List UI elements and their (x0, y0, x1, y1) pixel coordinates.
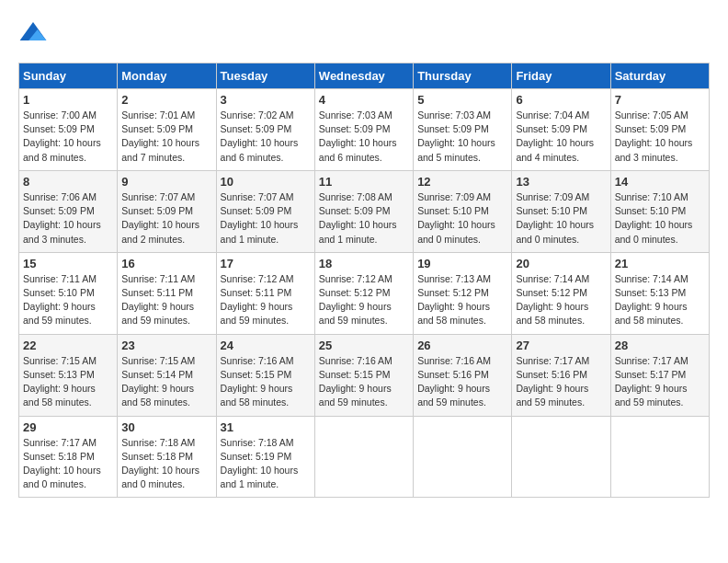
calendar-week-2: 8 Sunrise: 7:06 AM Sunset: 5:09 PM Dayli… (19, 170, 710, 252)
calendar-cell: 2 Sunrise: 7:01 AM Sunset: 5:09 PM Dayli… (118, 89, 216, 171)
day-info: Sunrise: 7:18 AM Sunset: 5:18 PM Dayligh… (121, 436, 211, 492)
logo (18, 18, 51, 48)
day-info: Sunrise: 7:15 AM Sunset: 5:14 PM Dayligh… (121, 354, 211, 410)
calendar-cell: 5 Sunrise: 7:03 AM Sunset: 5:09 PM Dayli… (414, 89, 512, 171)
calendar-cell: 30 Sunrise: 7:18 AM Sunset: 5:18 PM Dayl… (118, 416, 216, 498)
day-info: Sunrise: 7:08 AM Sunset: 5:09 PM Dayligh… (319, 190, 409, 247)
calendar-cell (314, 416, 413, 498)
calendar-cell (414, 416, 512, 498)
day-number: 31 (221, 420, 311, 434)
day-info: Sunrise: 7:11 AM Sunset: 5:10 PM Dayligh… (23, 272, 113, 328)
calendar-cell: 31 Sunrise: 7:18 AM Sunset: 5:19 PM Dayl… (216, 416, 314, 498)
calendar-cell: 18 Sunrise: 7:12 AM Sunset: 5:12 PM Dayl… (314, 252, 413, 334)
calendar-cell: 3 Sunrise: 7:02 AM Sunset: 5:09 PM Dayli… (216, 89, 314, 171)
calendar-week-4: 22 Sunrise: 7:15 AM Sunset: 5:13 PM Dayl… (19, 334, 710, 416)
day-number: 19 (417, 257, 507, 270)
day-number: 22 (23, 339, 113, 352)
day-number: 17 (221, 257, 311, 270)
day-info: Sunrise: 7:00 AM Sunset: 5:09 PM Dayligh… (23, 109, 113, 165)
calendar-cell: 28 Sunrise: 7:17 AM Sunset: 5:17 PM Dayl… (610, 334, 709, 416)
calendar-cell: 19 Sunrise: 7:13 AM Sunset: 5:12 PM Dayl… (414, 252, 512, 334)
day-info: Sunrise: 7:17 AM Sunset: 5:18 PM Dayligh… (23, 436, 113, 492)
column-header-tuesday: Tuesday (216, 63, 314, 89)
calendar-cell: 24 Sunrise: 7:16 AM Sunset: 5:15 PM Dayl… (216, 334, 314, 416)
calendar-cell: 23 Sunrise: 7:15 AM Sunset: 5:14 PM Dayl… (118, 334, 216, 416)
calendar-cell: 16 Sunrise: 7:11 AM Sunset: 5:11 PM Dayl… (118, 252, 216, 334)
calendar-cell: 15 Sunrise: 7:11 AM Sunset: 5:10 PM Dayl… (19, 252, 118, 334)
column-header-wednesday: Wednesday (314, 63, 413, 89)
day-info: Sunrise: 7:06 AM Sunset: 5:09 PM Dayligh… (23, 190, 113, 247)
day-info: Sunrise: 7:14 AM Sunset: 5:12 PM Dayligh… (516, 272, 606, 328)
logo-icon (18, 18, 48, 48)
calendar-cell: 13 Sunrise: 7:09 AM Sunset: 5:10 PM Dayl… (512, 170, 610, 252)
day-info: Sunrise: 7:12 AM Sunset: 5:11 PM Dayligh… (221, 272, 311, 328)
calendar-cell: 27 Sunrise: 7:17 AM Sunset: 5:16 PM Dayl… (512, 334, 610, 416)
day-info: Sunrise: 7:01 AM Sunset: 5:09 PM Dayligh… (121, 109, 211, 165)
calendar-cell: 1 Sunrise: 7:00 AM Sunset: 5:09 PM Dayli… (19, 89, 118, 171)
day-info: Sunrise: 7:14 AM Sunset: 5:13 PM Dayligh… (615, 272, 705, 328)
calendar-cell: 26 Sunrise: 7:16 AM Sunset: 5:16 PM Dayl… (414, 334, 512, 416)
day-info: Sunrise: 7:10 AM Sunset: 5:10 PM Dayligh… (615, 190, 705, 247)
calendar-cell: 8 Sunrise: 7:06 AM Sunset: 5:09 PM Dayli… (19, 170, 118, 252)
calendar-cell: 6 Sunrise: 7:04 AM Sunset: 5:09 PM Dayli… (512, 89, 610, 171)
calendar-week-5: 29 Sunrise: 7:17 AM Sunset: 5:18 PM Dayl… (19, 416, 710, 498)
day-number: 13 (516, 175, 606, 189)
calendar-cell: 17 Sunrise: 7:12 AM Sunset: 5:11 PM Dayl… (216, 252, 314, 334)
column-header-sunday: Sunday (19, 63, 118, 89)
calendar-table: SundayMondayTuesdayWednesdayThursdayFrid… (18, 63, 710, 498)
day-number: 8 (23, 175, 113, 189)
calendar-cell: 22 Sunrise: 7:15 AM Sunset: 5:13 PM Dayl… (19, 334, 118, 416)
day-number: 21 (615, 257, 705, 270)
calendar-cell: 12 Sunrise: 7:09 AM Sunset: 5:10 PM Dayl… (414, 170, 512, 252)
day-info: Sunrise: 7:17 AM Sunset: 5:16 PM Dayligh… (516, 354, 606, 410)
calendar-cell: 9 Sunrise: 7:07 AM Sunset: 5:09 PM Dayli… (118, 170, 216, 252)
day-number: 7 (615, 93, 705, 107)
day-number: 15 (23, 257, 113, 270)
day-info: Sunrise: 7:03 AM Sunset: 5:09 PM Dayligh… (417, 109, 507, 165)
day-info: Sunrise: 7:12 AM Sunset: 5:12 PM Dayligh… (319, 272, 409, 328)
column-header-thursday: Thursday (414, 63, 512, 89)
day-info: Sunrise: 7:16 AM Sunset: 5:15 PM Dayligh… (221, 354, 311, 410)
day-number: 27 (516, 339, 606, 352)
day-info: Sunrise: 7:16 AM Sunset: 5:16 PM Dayligh… (417, 354, 507, 410)
day-info: Sunrise: 7:02 AM Sunset: 5:09 PM Dayligh… (221, 109, 311, 165)
page-header (18, 18, 710, 48)
calendar-cell: 4 Sunrise: 7:03 AM Sunset: 5:09 PM Dayli… (314, 89, 413, 171)
day-info: Sunrise: 7:13 AM Sunset: 5:12 PM Dayligh… (417, 272, 507, 328)
calendar-cell: 21 Sunrise: 7:14 AM Sunset: 5:13 PM Dayl… (610, 252, 709, 334)
day-info: Sunrise: 7:03 AM Sunset: 5:09 PM Dayligh… (319, 109, 409, 165)
day-info: Sunrise: 7:16 AM Sunset: 5:15 PM Dayligh… (319, 354, 409, 410)
day-number: 9 (121, 175, 211, 189)
day-info: Sunrise: 7:07 AM Sunset: 5:09 PM Dayligh… (221, 190, 311, 247)
day-info: Sunrise: 7:15 AM Sunset: 5:13 PM Dayligh… (23, 354, 113, 410)
day-number: 26 (417, 339, 507, 352)
calendar-cell: 25 Sunrise: 7:16 AM Sunset: 5:15 PM Dayl… (314, 334, 413, 416)
day-number: 2 (121, 93, 211, 107)
day-number: 11 (319, 175, 409, 189)
day-number: 1 (23, 93, 113, 107)
calendar-week-1: 1 Sunrise: 7:00 AM Sunset: 5:09 PM Dayli… (19, 89, 710, 171)
day-info: Sunrise: 7:07 AM Sunset: 5:09 PM Dayligh… (121, 190, 211, 247)
calendar-cell: 20 Sunrise: 7:14 AM Sunset: 5:12 PM Dayl… (512, 252, 610, 334)
day-number: 30 (121, 420, 211, 434)
day-info: Sunrise: 7:05 AM Sunset: 5:09 PM Dayligh… (615, 109, 705, 165)
day-number: 18 (319, 257, 409, 270)
day-number: 3 (221, 93, 311, 107)
calendar-cell: 11 Sunrise: 7:08 AM Sunset: 5:09 PM Dayl… (314, 170, 413, 252)
day-number: 4 (319, 93, 409, 107)
day-number: 10 (221, 175, 311, 189)
day-info: Sunrise: 7:09 AM Sunset: 5:10 PM Dayligh… (516, 190, 606, 247)
day-number: 24 (221, 339, 311, 352)
day-info: Sunrise: 7:04 AM Sunset: 5:09 PM Dayligh… (516, 109, 606, 165)
calendar-week-3: 15 Sunrise: 7:11 AM Sunset: 5:10 PM Dayl… (19, 252, 710, 334)
day-number: 16 (121, 257, 211, 270)
calendar-cell: 14 Sunrise: 7:10 AM Sunset: 5:10 PM Dayl… (610, 170, 709, 252)
day-info: Sunrise: 7:11 AM Sunset: 5:11 PM Dayligh… (121, 272, 211, 328)
calendar-cell: 10 Sunrise: 7:07 AM Sunset: 5:09 PM Dayl… (216, 170, 314, 252)
calendar-cell: 7 Sunrise: 7:05 AM Sunset: 5:09 PM Dayli… (610, 89, 709, 171)
column-header-monday: Monday (118, 63, 216, 89)
day-number: 23 (121, 339, 211, 352)
day-number: 29 (23, 420, 113, 434)
day-number: 25 (319, 339, 409, 352)
day-info: Sunrise: 7:09 AM Sunset: 5:10 PM Dayligh… (417, 190, 507, 247)
